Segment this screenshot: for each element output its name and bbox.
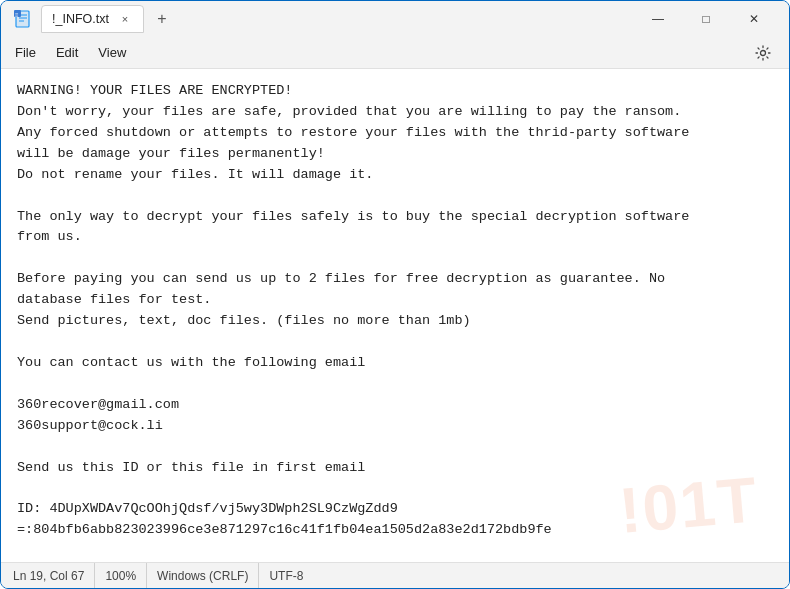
statusbar: Ln 19, Col 67 100% Windows (CRLF) UTF-8 bbox=[1, 562, 789, 588]
zoom-level: 100% bbox=[95, 563, 147, 588]
menubar-right bbox=[749, 39, 785, 67]
line-ending: Windows (CRLF) bbox=[147, 563, 259, 588]
settings-icon[interactable] bbox=[749, 39, 777, 67]
menu-view[interactable]: View bbox=[88, 41, 136, 64]
svg-point-7 bbox=[761, 50, 766, 55]
app-icon: ≡ bbox=[13, 9, 33, 29]
tab-label: !_INFO.txt bbox=[52, 12, 109, 26]
menu-edit[interactable]: Edit bbox=[46, 41, 88, 64]
minimize-button[interactable]: — bbox=[635, 3, 681, 35]
window-controls: — □ ✕ bbox=[635, 3, 777, 35]
cursor-position: Ln 19, Col 67 bbox=[13, 563, 95, 588]
menubar: File Edit View bbox=[1, 37, 789, 69]
tab-close-button[interactable]: × bbox=[117, 11, 133, 27]
svg-text:≡: ≡ bbox=[15, 12, 19, 18]
main-window: ≡ !_INFO.txt × + — □ ✕ File Edit View bbox=[0, 0, 790, 589]
maximize-button[interactable]: □ bbox=[683, 3, 729, 35]
close-button[interactable]: ✕ bbox=[731, 3, 777, 35]
tab-area: !_INFO.txt × + bbox=[41, 5, 635, 33]
titlebar: ≡ !_INFO.txt × + — □ ✕ bbox=[1, 1, 789, 37]
editor-area[interactable]: WARNING! YOUR FILES ARE ENCRYPTED! Don't… bbox=[1, 69, 789, 562]
new-tab-button[interactable]: + bbox=[148, 5, 176, 33]
encoding: UTF-8 bbox=[259, 563, 313, 588]
editor-content[interactable]: WARNING! YOUR FILES ARE ENCRYPTED! Don't… bbox=[17, 81, 773, 541]
tab-info-txt[interactable]: !_INFO.txt × bbox=[41, 5, 144, 33]
menu-file[interactable]: File bbox=[5, 41, 46, 64]
